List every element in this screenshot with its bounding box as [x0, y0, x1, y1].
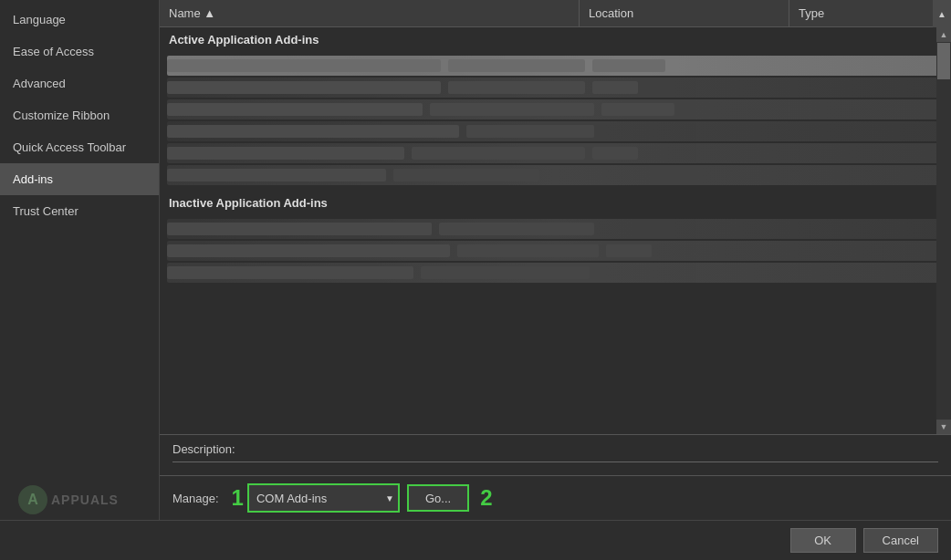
manage-select[interactable]: COM Add-insExcel Add-insWord Add-insSmar…: [249, 485, 398, 511]
scrollbar[interactable]: ▲ ▼: [936, 27, 951, 434]
inactive-rows: [160, 215, 951, 288]
table-row: [167, 78, 944, 98]
description-area: Description:: [160, 434, 951, 475]
sidebar-item-add-ins[interactable]: Add-ins: [0, 163, 159, 195]
table-header: Name ▲ Location Type ▲: [160, 0, 951, 27]
table-row: [167, 56, 944, 76]
table-row: [167, 263, 944, 283]
description-divider: [172, 461, 938, 462]
table-content: Active Application Add-ins: [160, 27, 951, 434]
scroll-up-btn[interactable]: ▲: [933, 0, 951, 27]
description-label: Description:: [172, 442, 938, 456]
active-rows: [160, 52, 951, 191]
bottom-bar: Manage: 1 COM Add-insExcel Add-insWord A…: [160, 475, 951, 520]
table-row: [167, 241, 944, 261]
inactive-section-header: Inactive Application Add-ins: [160, 191, 951, 215]
ok-button[interactable]: OK: [790, 528, 856, 553]
table-row: [167, 165, 944, 185]
scroll-track: [936, 42, 951, 420]
sidebar: LanguageEase of AccessAdvancedCustomize …: [0, 0, 160, 520]
manage-select-wrapper[interactable]: COM Add-insExcel Add-insWord Add-insSmar…: [247, 483, 400, 513]
sidebar-item-quick-access-toolbar[interactable]: Quick Access Toolbar: [0, 131, 159, 163]
annotation-2: 2: [480, 487, 492, 509]
col-location: Location: [580, 0, 789, 26]
scroll-up-arrow[interactable]: ▲: [936, 27, 951, 42]
scroll-down-arrow[interactable]: ▼: [936, 420, 951, 434]
sidebar-item-customize-ribbon[interactable]: Customize Ribbon: [0, 99, 159, 131]
appuals-watermark: A APPUALS: [18, 485, 119, 514]
scroll-thumb[interactable]: [937, 43, 950, 79]
col-name: Name ▲: [160, 0, 580, 26]
watermark-text: APPUALS: [51, 493, 119, 507]
annotation-1: 1: [232, 487, 244, 509]
dialog: LanguageEase of AccessAdvancedCustomize …: [0, 0, 951, 560]
cancel-button[interactable]: Cancel: [863, 528, 938, 553]
table-row: [167, 99, 944, 119]
go-button[interactable]: Go...: [407, 484, 469, 512]
active-section-header: Active Application Add-ins: [160, 27, 951, 52]
dialog-body: LanguageEase of AccessAdvancedCustomize …: [0, 0, 951, 520]
sidebar-item-ease-of-access[interactable]: Ease of Access: [0, 36, 159, 67]
manage-label: Manage:: [172, 492, 219, 505]
watermark-icon: A: [18, 485, 47, 514]
table-row: [167, 143, 944, 163]
main-content: Name ▲ Location Type ▲ Active Applicatio…: [160, 0, 951, 520]
sidebar-item-advanced[interactable]: Advanced: [0, 67, 159, 99]
sidebar-item-trust-center[interactable]: Trust Center: [0, 195, 159, 227]
footer: A APPUALS OK Cancel: [0, 520, 951, 560]
table-row: [167, 219, 944, 239]
table-row: [167, 121, 944, 141]
sidebar-item-language[interactable]: Language: [0, 4, 159, 36]
col-type: Type: [789, 0, 951, 26]
